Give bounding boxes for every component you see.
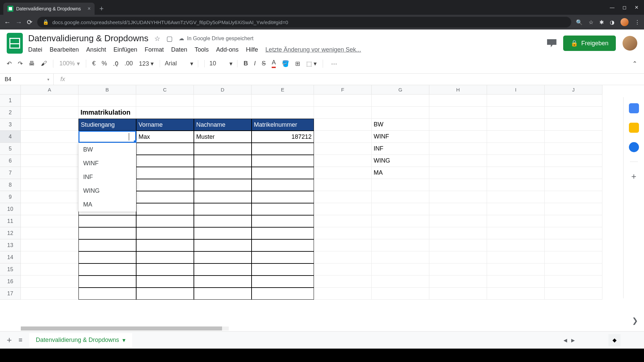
cell-F11[interactable]	[314, 215, 372, 227]
paint-format-icon[interactable]: 🖌	[41, 60, 47, 67]
cell-J3[interactable]	[545, 119, 602, 131]
cell-I14[interactable]	[487, 251, 545, 263]
extensions-icon[interactable]: ✱	[599, 19, 604, 25]
cell-D14[interactable]	[194, 251, 252, 263]
col-header-J[interactable]: J	[545, 85, 602, 95]
menu-edit[interactable]: Bearbeiten	[50, 46, 79, 53]
cell-J12[interactable]	[545, 227, 602, 239]
cell-G2[interactable]	[372, 107, 429, 119]
cell-G15[interactable]	[372, 263, 429, 276]
decrease-decimal-icon[interactable]: .0̣	[113, 60, 118, 67]
cell-H10[interactable]	[429, 203, 487, 215]
cell-G4[interactable]: WINF	[372, 131, 429, 143]
cell-B15[interactable]	[78, 263, 136, 276]
cell-G6[interactable]: WING	[372, 155, 429, 167]
cell-A12[interactable]	[21, 227, 78, 239]
fill-color-icon[interactable]: 🪣	[282, 60, 289, 67]
collapse-toolbar-icon[interactable]: ⌃	[632, 60, 637, 67]
row-header-12[interactable]: 12	[0, 227, 21, 239]
menu-file[interactable]: Datei	[28, 46, 42, 53]
cell-G9[interactable]	[372, 191, 429, 203]
cell-D4[interactable]: Muster	[194, 131, 252, 143]
sheet-tab-menu-icon[interactable]: ▾	[122, 337, 125, 344]
sheets-logo-icon[interactable]	[7, 33, 23, 54]
cell-I9[interactable]	[487, 191, 545, 203]
cell-C5[interactable]	[136, 143, 194, 155]
increase-decimal-icon[interactable]: .00	[124, 60, 133, 67]
cell-D7[interactable]	[194, 167, 252, 179]
cell-I15[interactable]	[487, 263, 545, 276]
cell-G12[interactable]	[372, 227, 429, 239]
cell-F7[interactable]	[314, 167, 372, 179]
cell-G1[interactable]	[372, 95, 429, 107]
cell-D8[interactable]	[194, 179, 252, 191]
cell-B2[interactable]: Immatrikulation	[78, 107, 136, 119]
close-tab-icon[interactable]: ×	[88, 6, 91, 12]
cell-E7[interactable]	[252, 167, 314, 179]
user-avatar-icon[interactable]	[623, 36, 637, 51]
cell-F9[interactable]	[314, 191, 372, 203]
col-header-F[interactable]: F	[314, 85, 372, 95]
cell-I13[interactable]	[487, 239, 545, 251]
star-doc-icon[interactable]: ☆	[154, 35, 160, 43]
cell-H9[interactable]	[429, 191, 487, 203]
font-size-select[interactable]: 10▾	[204, 60, 237, 67]
dropdown-option[interactable]: WINF	[78, 157, 136, 170]
cell-I11[interactable]	[487, 215, 545, 227]
cell-C11[interactable]	[136, 215, 194, 227]
cell-C9[interactable]	[136, 191, 194, 203]
new-tab-button[interactable]: +	[95, 3, 108, 15]
row-header-17[interactable]: 17	[0, 288, 21, 300]
cell-D16[interactable]	[194, 276, 252, 288]
cell-A3[interactable]	[21, 119, 78, 131]
cell-I8[interactable]	[487, 179, 545, 191]
cell-B16[interactable]	[78, 276, 136, 288]
cell-C2[interactable]	[136, 107, 194, 119]
dropdown-option[interactable]: BW	[78, 143, 136, 157]
cell-J5[interactable]	[545, 143, 602, 155]
dropdown-option[interactable]: INF	[78, 170, 136, 184]
cell-B11[interactable]	[78, 215, 136, 227]
row-header-13[interactable]: 13	[0, 239, 21, 251]
col-header-B[interactable]: B	[78, 85, 136, 95]
cell-C14[interactable]	[136, 251, 194, 263]
cell-B3[interactable]: Studiengang	[78, 119, 136, 131]
cell-B13[interactable]	[78, 239, 136, 251]
cell-F3[interactable]	[314, 119, 372, 131]
cell-H8[interactable]	[429, 179, 487, 191]
number-format-select[interactable]: 123 ▾	[139, 60, 154, 67]
cell-H12[interactable]	[429, 227, 487, 239]
cell-C6[interactable]	[136, 155, 194, 167]
cell-I7[interactable]	[487, 167, 545, 179]
cell-B14[interactable]	[78, 251, 136, 263]
cell-A10[interactable]	[21, 203, 78, 215]
cell-I17[interactable]	[487, 288, 545, 300]
cell-G8[interactable]	[372, 179, 429, 191]
more-toolbar-icon[interactable]: ⋯	[331, 60, 337, 67]
cell-D5[interactable]	[194, 143, 252, 155]
cell-J7[interactable]	[545, 167, 602, 179]
cell-H1[interactable]	[429, 95, 487, 107]
cell-B17[interactable]	[78, 288, 136, 300]
cell-H3[interactable]	[429, 119, 487, 131]
select-all-corner[interactable]	[0, 85, 21, 95]
cell-F2[interactable]	[314, 107, 372, 119]
cell-A8[interactable]	[21, 179, 78, 191]
cell-E1[interactable]	[252, 95, 314, 107]
row-header-15[interactable]: 15	[0, 263, 21, 276]
cell-G17[interactable]	[372, 288, 429, 300]
browser-tab[interactable]: Datenvalidierung & Dropdowns ×	[3, 3, 95, 15]
cell-E17[interactable]	[252, 288, 314, 300]
cell-C17[interactable]	[136, 288, 194, 300]
cell-E6[interactable]	[252, 155, 314, 167]
cell-G5[interactable]: INF	[372, 143, 429, 155]
add-addon-icon[interactable]: +	[629, 171, 639, 181]
cell-A7[interactable]	[21, 167, 78, 179]
minimize-icon[interactable]: —	[610, 5, 614, 10]
profile-avatar-icon[interactable]	[621, 18, 629, 26]
cell-E11[interactable]	[252, 215, 314, 227]
cell-J15[interactable]	[545, 263, 602, 276]
cell-D12[interactable]	[194, 227, 252, 239]
cell-E15[interactable]	[252, 263, 314, 276]
cell-F6[interactable]	[314, 155, 372, 167]
